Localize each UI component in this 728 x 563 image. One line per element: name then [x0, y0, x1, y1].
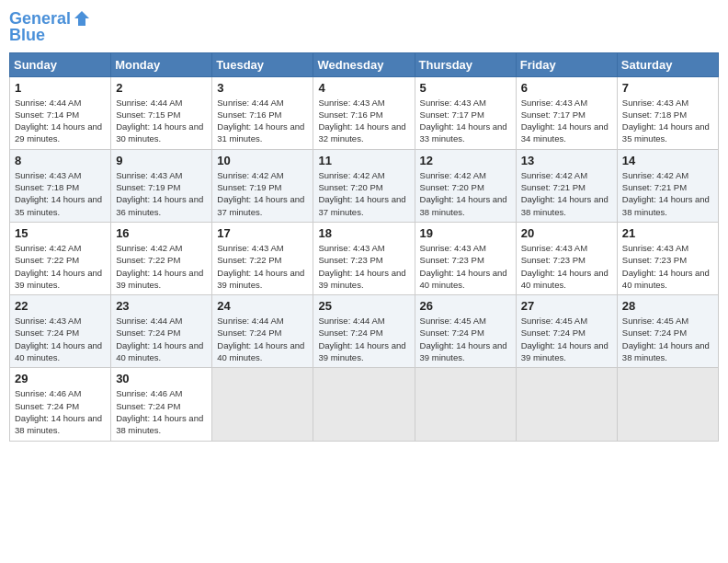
- week-row-4: 22Sunrise: 4:43 AM Sunset: 7:24 PM Dayli…: [10, 295, 719, 368]
- cell-info: Sunrise: 4:42 AM Sunset: 7:20 PM Dayligh…: [318, 169, 409, 218]
- day-number: 7: [622, 81, 713, 95]
- calendar-cell: 28Sunrise: 4:45 AM Sunset: 7:24 PM Dayli…: [617, 295, 718, 368]
- calendar-cell: 24Sunrise: 4:44 AM Sunset: 7:24 PM Dayli…: [212, 295, 313, 368]
- calendar-cell: [415, 368, 516, 441]
- header-friday: Friday: [516, 52, 617, 76]
- day-number: 14: [622, 154, 713, 167]
- calendar-cell: 21Sunrise: 4:43 AM Sunset: 7:23 PM Dayli…: [617, 222, 718, 294]
- cell-info: Sunrise: 4:42 AM Sunset: 7:21 PM Dayligh…: [622, 169, 713, 218]
- day-number: 4: [318, 81, 409, 95]
- cell-info: Sunrise: 4:44 AM Sunset: 7:24 PM Dayligh…: [116, 315, 207, 363]
- week-row-1: 1Sunrise: 4:44 AM Sunset: 7:14 PM Daylig…: [10, 76, 719, 149]
- day-number: 10: [217, 154, 308, 167]
- day-number: 1: [15, 81, 106, 95]
- header-saturday: Saturday: [617, 52, 718, 76]
- header-row: SundayMondayTuesdayWednesdayThursdayFrid…: [10, 52, 719, 76]
- day-number: 6: [521, 81, 612, 95]
- calendar-cell: 27Sunrise: 4:45 AM Sunset: 7:24 PM Dayli…: [516, 295, 617, 368]
- cell-info: Sunrise: 4:42 AM Sunset: 7:21 PM Dayligh…: [521, 169, 612, 218]
- cell-info: Sunrise: 4:42 AM Sunset: 7:22 PM Dayligh…: [116, 242, 207, 291]
- calendar-cell: 25Sunrise: 4:44 AM Sunset: 7:24 PM Dayli…: [313, 295, 415, 368]
- cell-info: Sunrise: 4:43 AM Sunset: 7:23 PM Dayligh…: [622, 242, 713, 291]
- calendar-cell: 15Sunrise: 4:42 AM Sunset: 7:22 PM Dayli…: [10, 222, 111, 294]
- calendar-cell: 12Sunrise: 4:42 AM Sunset: 7:20 PM Dayli…: [415, 149, 516, 222]
- week-row-5: 29Sunrise: 4:46 AM Sunset: 7:24 PM Dayli…: [10, 368, 719, 441]
- cell-info: Sunrise: 4:43 AM Sunset: 7:17 PM Dayligh…: [521, 97, 612, 145]
- logo: General Blue: [9, 9, 91, 45]
- day-number: 9: [116, 154, 207, 167]
- header-thursday: Thursday: [415, 52, 516, 76]
- day-number: 11: [318, 154, 409, 167]
- day-number: 8: [15, 154, 106, 167]
- day-number: 26: [420, 299, 511, 313]
- day-number: 29: [15, 372, 106, 385]
- calendar-cell: 30Sunrise: 4:46 AM Sunset: 7:24 PM Dayli…: [111, 368, 212, 441]
- calendar-cell: 5Sunrise: 4:43 AM Sunset: 7:17 PM Daylig…: [415, 76, 516, 149]
- day-number: 2: [116, 81, 207, 95]
- cell-info: Sunrise: 4:43 AM Sunset: 7:19 PM Dayligh…: [116, 169, 207, 218]
- day-number: 16: [116, 226, 207, 240]
- day-number: 20: [521, 226, 612, 240]
- day-number: 23: [116, 299, 207, 313]
- day-number: 28: [622, 299, 713, 313]
- cell-info: Sunrise: 4:43 AM Sunset: 7:18 PM Dayligh…: [622, 97, 713, 145]
- calendar-cell: 1Sunrise: 4:44 AM Sunset: 7:14 PM Daylig…: [10, 76, 111, 149]
- week-row-2: 8Sunrise: 4:43 AM Sunset: 7:18 PM Daylig…: [10, 149, 719, 222]
- header-wednesday: Wednesday: [313, 52, 415, 76]
- day-number: 30: [116, 372, 207, 385]
- svg-marker-0: [74, 11, 89, 26]
- calendar-cell: 11Sunrise: 4:42 AM Sunset: 7:20 PM Dayli…: [313, 149, 415, 222]
- cell-info: Sunrise: 4:43 AM Sunset: 7:17 PM Dayligh…: [420, 97, 511, 145]
- cell-info: Sunrise: 4:43 AM Sunset: 7:23 PM Dayligh…: [318, 242, 409, 291]
- cell-info: Sunrise: 4:44 AM Sunset: 7:15 PM Dayligh…: [116, 97, 207, 145]
- calendar-cell: 16Sunrise: 4:42 AM Sunset: 7:22 PM Dayli…: [111, 222, 212, 294]
- calendar-cell: [617, 368, 718, 441]
- day-number: 13: [521, 154, 612, 167]
- calendar-cell: 23Sunrise: 4:44 AM Sunset: 7:24 PM Dayli…: [111, 295, 212, 368]
- cell-info: Sunrise: 4:42 AM Sunset: 7:19 PM Dayligh…: [217, 169, 308, 218]
- cell-info: Sunrise: 4:46 AM Sunset: 7:24 PM Dayligh…: [15, 387, 106, 436]
- cell-info: Sunrise: 4:43 AM Sunset: 7:16 PM Dayligh…: [318, 97, 409, 145]
- cell-info: Sunrise: 4:43 AM Sunset: 7:22 PM Dayligh…: [217, 242, 308, 291]
- day-number: 3: [217, 81, 308, 95]
- calendar-cell: 18Sunrise: 4:43 AM Sunset: 7:23 PM Dayli…: [313, 222, 415, 294]
- calendar-cell: 8Sunrise: 4:43 AM Sunset: 7:18 PM Daylig…: [10, 149, 111, 222]
- page-header: General Blue: [9, 9, 719, 45]
- calendar: SundayMondayTuesdayWednesdayThursdayFrid…: [9, 52, 719, 442]
- cell-info: Sunrise: 4:43 AM Sunset: 7:18 PM Dayligh…: [15, 169, 106, 218]
- logo-icon: [73, 9, 91, 28]
- calendar-cell: 22Sunrise: 4:43 AM Sunset: 7:24 PM Dayli…: [10, 295, 111, 368]
- cell-info: Sunrise: 4:43 AM Sunset: 7:23 PM Dayligh…: [420, 242, 511, 291]
- calendar-cell: [212, 368, 313, 441]
- calendar-cell: 19Sunrise: 4:43 AM Sunset: 7:23 PM Dayli…: [415, 222, 516, 294]
- calendar-cell: 26Sunrise: 4:45 AM Sunset: 7:24 PM Dayli…: [415, 295, 516, 368]
- calendar-cell: 7Sunrise: 4:43 AM Sunset: 7:18 PM Daylig…: [617, 76, 718, 149]
- day-number: 27: [521, 299, 612, 313]
- calendar-cell: 14Sunrise: 4:42 AM Sunset: 7:21 PM Dayli…: [617, 149, 718, 222]
- calendar-cell: 13Sunrise: 4:42 AM Sunset: 7:21 PM Dayli…: [516, 149, 617, 222]
- calendar-cell: [313, 368, 415, 441]
- day-number: 15: [15, 226, 106, 240]
- day-number: 25: [318, 299, 409, 313]
- calendar-cell: 2Sunrise: 4:44 AM Sunset: 7:15 PM Daylig…: [111, 76, 212, 149]
- cell-info: Sunrise: 4:45 AM Sunset: 7:24 PM Dayligh…: [622, 315, 713, 363]
- cell-info: Sunrise: 4:44 AM Sunset: 7:24 PM Dayligh…: [217, 315, 308, 363]
- calendar-cell: 17Sunrise: 4:43 AM Sunset: 7:22 PM Dayli…: [212, 222, 313, 294]
- header-monday: Monday: [111, 52, 212, 76]
- day-number: 17: [217, 226, 308, 240]
- calendar-cell: 4Sunrise: 4:43 AM Sunset: 7:16 PM Daylig…: [313, 76, 415, 149]
- calendar-cell: 3Sunrise: 4:44 AM Sunset: 7:16 PM Daylig…: [212, 76, 313, 149]
- cell-info: Sunrise: 4:44 AM Sunset: 7:16 PM Dayligh…: [217, 97, 308, 145]
- calendar-cell: 20Sunrise: 4:43 AM Sunset: 7:23 PM Dayli…: [516, 222, 617, 294]
- day-number: 19: [420, 226, 511, 240]
- cell-info: Sunrise: 4:43 AM Sunset: 7:24 PM Dayligh…: [15, 315, 106, 363]
- cell-info: Sunrise: 4:45 AM Sunset: 7:24 PM Dayligh…: [521, 315, 612, 363]
- day-number: 18: [318, 226, 409, 240]
- day-number: 21: [622, 226, 713, 240]
- day-number: 22: [15, 299, 106, 313]
- calendar-cell: 6Sunrise: 4:43 AM Sunset: 7:17 PM Daylig…: [516, 76, 617, 149]
- calendar-cell: 10Sunrise: 4:42 AM Sunset: 7:19 PM Dayli…: [212, 149, 313, 222]
- day-number: 12: [420, 154, 511, 167]
- cell-info: Sunrise: 4:42 AM Sunset: 7:22 PM Dayligh…: [15, 242, 106, 291]
- week-row-3: 15Sunrise: 4:42 AM Sunset: 7:22 PM Dayli…: [10, 222, 719, 294]
